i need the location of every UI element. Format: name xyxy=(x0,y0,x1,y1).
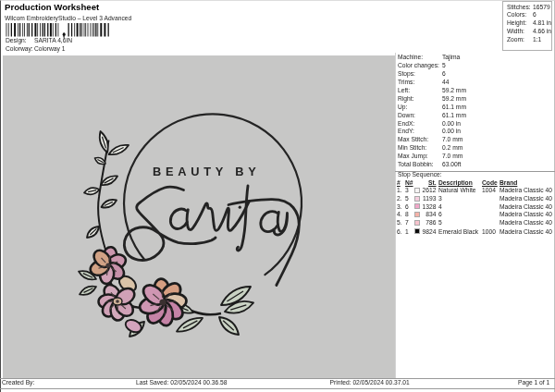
svg-text:BEAUTY BY: BEAUTY BY xyxy=(153,165,260,178)
